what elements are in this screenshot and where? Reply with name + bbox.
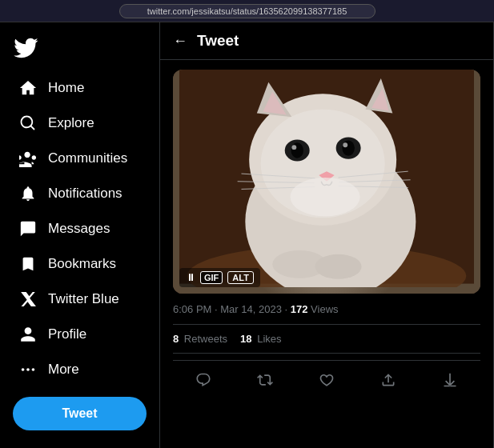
sidebar-item-home-label: Home xyxy=(48,80,84,96)
back-button[interactable]: ← xyxy=(173,33,187,50)
svg-point-17 xyxy=(343,142,347,147)
sidebar-item-explore[interactable]: Explore xyxy=(6,106,153,140)
sidebar-item-more-label: More xyxy=(48,362,79,378)
sidebar-item-profile-label: Profile xyxy=(48,326,86,342)
profile-icon xyxy=(19,326,37,343)
tweet-page-title: Tweet xyxy=(197,32,239,50)
sidebar-item-notifications-label: Notifications xyxy=(48,186,122,202)
tweet-header: ← Tweet xyxy=(160,22,493,60)
tweet-meta-separator2: · xyxy=(285,303,291,315)
retweet-button[interactable] xyxy=(249,367,281,393)
sidebar-item-explore-label: Explore xyxy=(48,115,94,131)
svg-point-14 xyxy=(291,145,296,150)
home-icon xyxy=(19,79,37,97)
explore-icon xyxy=(19,114,37,132)
sidebar-item-more[interactable]: More xyxy=(6,353,153,386)
share-button[interactable] xyxy=(372,367,404,393)
pause-icon: ⏸ xyxy=(186,272,195,283)
retweets-count: 8 xyxy=(173,333,179,345)
svg-point-16 xyxy=(342,140,354,155)
bookmarks-icon xyxy=(19,255,37,273)
twitter-bird-icon xyxy=(13,35,38,61)
sidebar: Home Explore Communities Notifications M xyxy=(0,22,160,448)
like-icon xyxy=(319,372,335,388)
reply-button[interactable] xyxy=(187,367,219,393)
sidebar-user[interactable]: S Siddhartha Sama... @Sid_Beebom ··· xyxy=(6,443,153,448)
main-layout: Home Explore Communities Notifications M xyxy=(0,22,494,448)
twitter-blue-icon xyxy=(19,290,37,308)
sidebar-item-notifications[interactable]: Notifications xyxy=(6,177,153,210)
sidebar-item-bookmarks-label: Bookmarks xyxy=(48,256,116,272)
tweet-media-container[interactable]: ⏸ GIF ALT xyxy=(173,70,480,294)
sidebar-item-communities-label: Communities xyxy=(48,150,127,166)
tweet-views-label-text: Views xyxy=(311,303,338,315)
tweet-time: 6:06 PM xyxy=(173,303,211,315)
likes-label: Likes xyxy=(257,333,281,345)
retweets-label: Retweets xyxy=(184,333,227,345)
reply-icon xyxy=(195,372,211,388)
sidebar-item-twitter-blue-label: Twitter Blue xyxy=(48,291,119,307)
gif-badge: GIF xyxy=(200,271,223,284)
twitter-logo[interactable] xyxy=(0,29,159,67)
sidebar-item-home[interactable]: Home xyxy=(6,71,153,105)
sidebar-item-messages[interactable]: Messages xyxy=(6,212,153,246)
like-button[interactable] xyxy=(311,367,343,393)
svg-point-1 xyxy=(26,368,30,371)
retweets-stat[interactable]: 8 Retweets xyxy=(173,333,227,345)
alt-badge[interactable]: ALT xyxy=(227,271,254,284)
url-bar[interactable]: twitter.com/jessikatsu/status/1635620991… xyxy=(119,4,376,18)
tweet-date: Mar 14, 2023 xyxy=(220,303,282,315)
svg-point-27 xyxy=(315,254,361,279)
notifications-icon xyxy=(19,185,37,202)
tweet-views-count: 172 xyxy=(291,303,308,315)
download-button[interactable] xyxy=(434,367,466,393)
download-icon xyxy=(442,372,458,388)
sidebar-item-profile[interactable]: Profile xyxy=(6,318,153,351)
svg-point-25 xyxy=(290,178,359,216)
tweet-media-image xyxy=(173,70,480,294)
tweet-actions xyxy=(173,360,480,399)
tweet-body: ⏸ GIF ALT 6:06 PM · Mar 14, 2023 · 172 V… xyxy=(160,60,493,448)
sidebar-item-bookmarks[interactable]: Bookmarks xyxy=(6,247,153,281)
messages-icon xyxy=(19,220,37,238)
address-bar: twitter.com/jessikatsu/status/1635620991… xyxy=(0,0,494,22)
retweet-icon xyxy=(257,372,273,388)
likes-stat[interactable]: 18 Likes xyxy=(240,333,281,345)
svg-point-13 xyxy=(291,142,303,158)
svg-point-0 xyxy=(22,368,25,371)
tweet-content-panel: ← Tweet xyxy=(160,22,494,448)
sidebar-item-communities[interactable]: Communities xyxy=(6,142,153,175)
cat-svg-overlay xyxy=(179,70,474,287)
more-icon xyxy=(19,361,37,378)
sidebar-item-twitter-blue[interactable]: Twitter Blue xyxy=(6,282,153,316)
tweet-button[interactable]: Tweet xyxy=(13,397,147,430)
tweet-meta: 6:06 PM · Mar 14, 2023 · 172 Views xyxy=(173,302,480,318)
media-controls: ⏸ GIF ALT xyxy=(179,268,260,287)
tweet-stats: 8 Retweets 18 Likes xyxy=(173,324,480,354)
svg-point-2 xyxy=(32,368,35,371)
sidebar-item-messages-label: Messages xyxy=(48,221,110,237)
communities-icon xyxy=(19,150,37,167)
share-icon xyxy=(380,372,396,388)
likes-count: 18 xyxy=(240,333,251,345)
